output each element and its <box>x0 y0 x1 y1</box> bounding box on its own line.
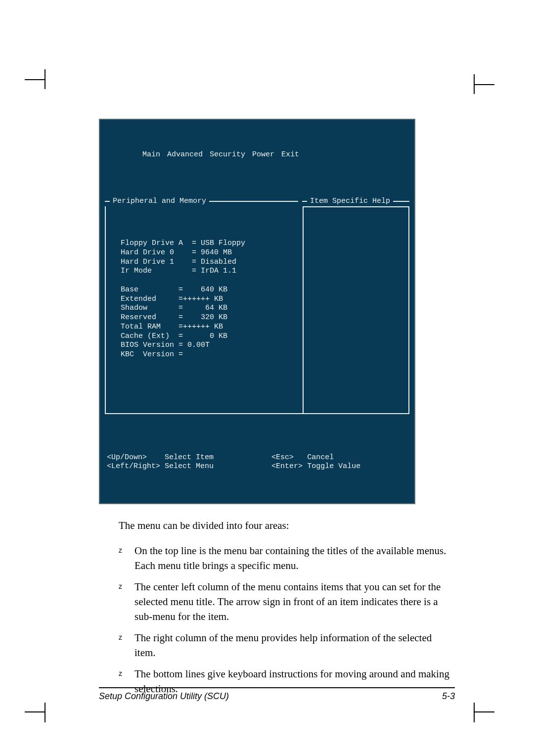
memory-row: Extended =++++++ KB <box>121 295 223 303</box>
crop-mark <box>474 74 475 94</box>
crop-mark <box>44 703 45 722</box>
setting-row: Ir Mode = IrDA 1.1 <box>121 267 236 275</box>
memory-row: Cache (Ext) = 0 KB <box>121 332 227 340</box>
explain-lead: The menu can be divided into four areas: <box>99 518 455 533</box>
settings-block: Floppy Drive A = USB Floppy Hard Drive 0… <box>108 228 301 389</box>
memory-row: Shadow = 64 KB <box>121 304 227 312</box>
crop-mark <box>475 711 494 712</box>
key-updown: <Up/Down> <box>107 453 147 462</box>
bullet-icon: z <box>119 545 122 555</box>
key-esc: <Esc> <box>271 453 294 462</box>
right-panel-title: Item Specific Help <box>307 197 393 206</box>
menu-advanced[interactable]: Advanced <box>167 150 203 159</box>
list-item: zThe right column of the menu provides h… <box>119 627 455 663</box>
list-item: zOn the top line is the menu bar contain… <box>119 540 455 576</box>
key-enter-label: Toggle Value <box>307 462 360 471</box>
explanation-text: The menu can be divided into four areas:… <box>99 518 455 699</box>
footer-page-number: 5-3 <box>442 691 455 702</box>
menu-power[interactable]: Power <box>252 150 274 159</box>
list-item: zThe center left column of the menu cont… <box>119 576 455 627</box>
menu-main[interactable]: Main <box>142 150 160 159</box>
help-panel <box>303 206 409 413</box>
footer-title: Setup Configuration Utility (SCU) <box>99 691 229 702</box>
crop-mark <box>25 711 44 712</box>
menu-exit[interactable]: Exit <box>281 150 299 159</box>
bullet-icon: z <box>119 668 122 678</box>
page: MainAdvancedSecurityPowerExit Peripheral… <box>0 0 534 756</box>
setting-row: Hard Drive 0 = 9640 MB <box>121 248 232 257</box>
memory-row: KBC Version = <box>121 350 183 359</box>
key-leftright: <Left/Right> <box>107 462 160 471</box>
left-panel: Floppy Drive A = USB Floppy Hard Drive 0… <box>105 206 303 413</box>
key-leftright-label: Select Menu <box>165 462 214 471</box>
crop-mark <box>44 69 45 89</box>
menu-security[interactable]: Security <box>210 150 245 159</box>
page-footer: Setup Configuration Utility (SCU) 5-3 <box>99 687 455 702</box>
setting-row: Hard Drive 1 = Disabled <box>121 258 236 266</box>
explain-list: zOn the top line is the menu bar contain… <box>99 540 455 700</box>
memory-row: BIOS Version = 0.00T <box>121 341 210 349</box>
key-enter: <Enter> <box>271 462 303 471</box>
bios-menubar: MainAdvancedSecurityPowerExit <box>105 142 409 169</box>
key-updown-label: Select Item <box>165 453 214 462</box>
crop-mark <box>25 79 44 80</box>
bios-footer: <Up/Down> Select Item <Esc> Cancel <Left… <box>105 442 409 481</box>
memory-row: Total RAM =++++++ KB <box>121 323 223 331</box>
left-panel-title: Peripheral and Memory <box>110 197 209 206</box>
key-esc-label: Cancel <box>307 453 334 462</box>
setting-row: Floppy Drive A = USB Floppy <box>121 239 245 247</box>
crop-mark <box>475 84 494 85</box>
bios-frame: Peripheral and Memory Item Specific Help… <box>105 197 409 414</box>
bios-screen: MainAdvancedSecurityPowerExit Peripheral… <box>99 119 415 504</box>
bullet-icon: z <box>119 581 122 591</box>
memory-row: Reserved = 320 KB <box>121 313 227 322</box>
content-area: MainAdvancedSecurityPowerExit Peripheral… <box>99 119 455 702</box>
crop-mark <box>474 703 475 722</box>
memory-row: Base = 640 KB <box>121 285 227 294</box>
bullet-icon: z <box>119 632 122 642</box>
